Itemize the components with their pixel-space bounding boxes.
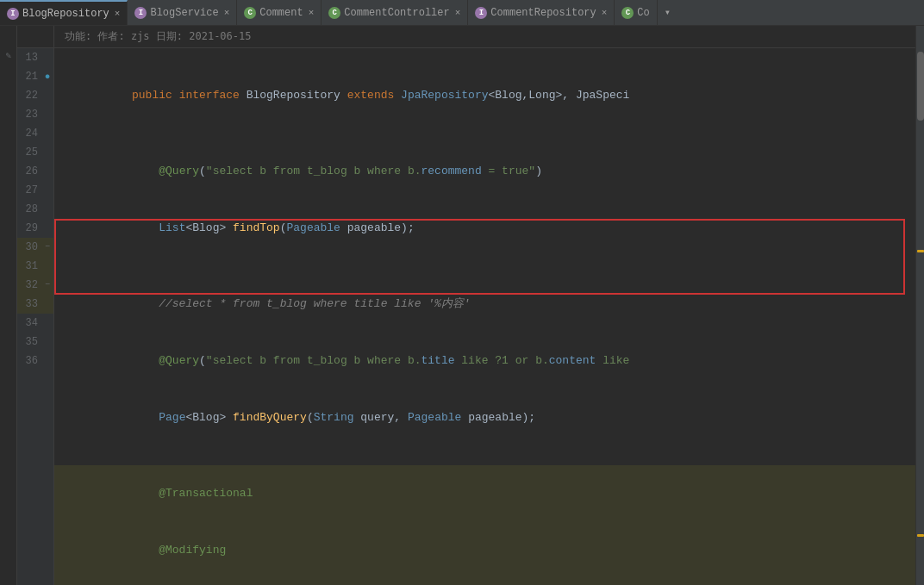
tab-label-Co: Co bbox=[637, 7, 649, 19]
file-info-bar: 功能: 作者: zjs 日期: 2021-06-15 bbox=[54, 26, 915, 48]
tab-label-CommentController: CommentController bbox=[344, 7, 449, 19]
tab-Co[interactable]: C Co bbox=[615, 0, 657, 25]
code-line-31: @Modifying bbox=[54, 522, 915, 579]
tab-CommentRepository[interactable]: I CommentRepository × bbox=[468, 0, 615, 25]
ln-30: 30 bbox=[17, 238, 41, 257]
ln-22: 22 bbox=[17, 86, 41, 105]
tab-icon-Comment: C bbox=[244, 7, 256, 19]
code-line-24: List<Blog> findTop(Pageable pageable); bbox=[54, 200, 915, 257]
ide-window: I BlogRepository × I BlogService × C Com… bbox=[0, 0, 924, 585]
ln-34: 34 bbox=[17, 314, 41, 333]
tab-CommentController[interactable]: C CommentController × bbox=[322, 0, 468, 25]
fold-30[interactable]: − bbox=[41, 238, 53, 257]
fold-32[interactable]: − bbox=[41, 276, 53, 295]
file-info-text: 功能: 作者: zjs 日期: 2021-06-15 bbox=[65, 29, 252, 44]
line-gutter: 13 21 ● 22 23 bbox=[17, 26, 54, 585]
ln-32: 32 bbox=[17, 276, 41, 295]
tab-bar: I BlogRepository × I BlogService × C Com… bbox=[0, 0, 924, 26]
ln-21: 21 bbox=[17, 67, 41, 86]
code-line-25 bbox=[54, 257, 915, 276]
fold-21: ● bbox=[41, 67, 53, 86]
ln-28: 28 bbox=[17, 200, 41, 219]
ln-29: 29 bbox=[17, 219, 41, 238]
code-line-21: public interface BlogRepository extends … bbox=[54, 67, 915, 124]
tab-close-CommentController[interactable]: × bbox=[455, 8, 461, 18]
tab-icon-CommentController: C bbox=[328, 7, 340, 19]
tab-icon-Co: C bbox=[621, 7, 634, 19]
code-line-29 bbox=[54, 446, 915, 465]
tab-label-BlogService: BlogService bbox=[150, 7, 218, 19]
editor-body: ✎ 13 21 ● 22 bbox=[0, 26, 924, 585]
ln-33: 33 bbox=[17, 295, 41, 314]
scrollbar-thumb[interactable] bbox=[917, 52, 924, 121]
ln-13: 13 bbox=[17, 48, 41, 67]
ln-26: 26 bbox=[17, 162, 41, 181]
tab-BlogRepository[interactable]: I BlogRepository × bbox=[0, 0, 128, 25]
code-line-22 bbox=[54, 124, 915, 143]
ln-24: 24 bbox=[17, 124, 41, 143]
code-area: 功能: 作者: zjs 日期: 2021-06-15 public interf… bbox=[54, 26, 915, 585]
tab-close-CommentRepository[interactable]: × bbox=[602, 8, 608, 18]
tab-label-BlogRepository: BlogRepository bbox=[22, 8, 109, 20]
tab-close-BlogService[interactable]: × bbox=[224, 8, 230, 18]
tab-Comment[interactable]: C Comment × bbox=[237, 0, 322, 25]
scrollbar-mark-2 bbox=[917, 534, 924, 537]
ln-35: 35 bbox=[17, 333, 41, 352]
code-line-23: @Query("select b from t_blog b where b.r… bbox=[54, 143, 915, 200]
ln-31: 31 bbox=[17, 257, 41, 276]
code-line-30: @Transactional bbox=[54, 465, 915, 522]
ln-25: 25 bbox=[17, 143, 41, 162]
code-lines: public interface BlogRepository extends … bbox=[54, 48, 915, 585]
scrollbar-right[interactable] bbox=[915, 26, 924, 585]
ln-23: 23 bbox=[17, 105, 41, 124]
tab-BlogService[interactable]: I BlogService × bbox=[128, 0, 237, 25]
code-line-27: @Query("select b from t_blog b where b.t… bbox=[54, 333, 915, 389]
scrollbar-mark-1 bbox=[917, 250, 924, 252]
tab-overflow-button[interactable]: ▾ bbox=[658, 6, 677, 19]
tab-icon-BlogRepository: I bbox=[7, 8, 19, 20]
ln-27: 27 bbox=[17, 181, 41, 200]
left-margin: ✎ bbox=[0, 26, 17, 585]
code-line-32: @Query("update t_blog b set b.views=b.vi… bbox=[54, 579, 915, 585]
code-line-26: //select * from t_blog where title like … bbox=[54, 276, 915, 333]
tab-icon-BlogService: I bbox=[134, 7, 147, 19]
tab-close-BlogRepository[interactable]: × bbox=[115, 9, 121, 19]
code-line-13 bbox=[54, 48, 915, 67]
code-line-28: Page<Blog> findByQuery(String query, Pag… bbox=[54, 389, 915, 446]
tab-label-CommentRepository: CommentRepository bbox=[490, 7, 596, 19]
pencil-icon: ✎ bbox=[5, 50, 11, 61]
tab-close-Comment[interactable]: × bbox=[309, 8, 315, 18]
tab-label-Comment: Comment bbox=[259, 7, 303, 19]
ln-36: 36 bbox=[17, 352, 41, 370]
tab-icon-CommentRepository: I bbox=[475, 7, 487, 19]
